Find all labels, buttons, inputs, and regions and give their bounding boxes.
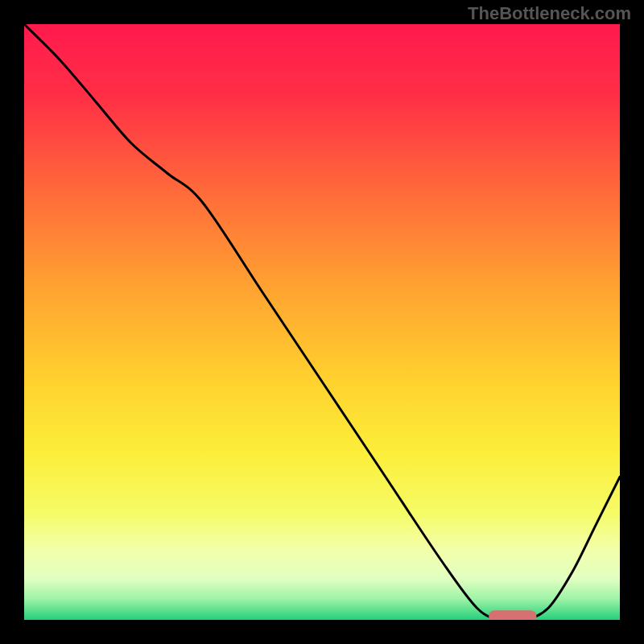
plot-area <box>24 24 620 620</box>
watermark-text: TheBottleneck.com <box>468 3 631 24</box>
chart-svg <box>0 0 644 644</box>
